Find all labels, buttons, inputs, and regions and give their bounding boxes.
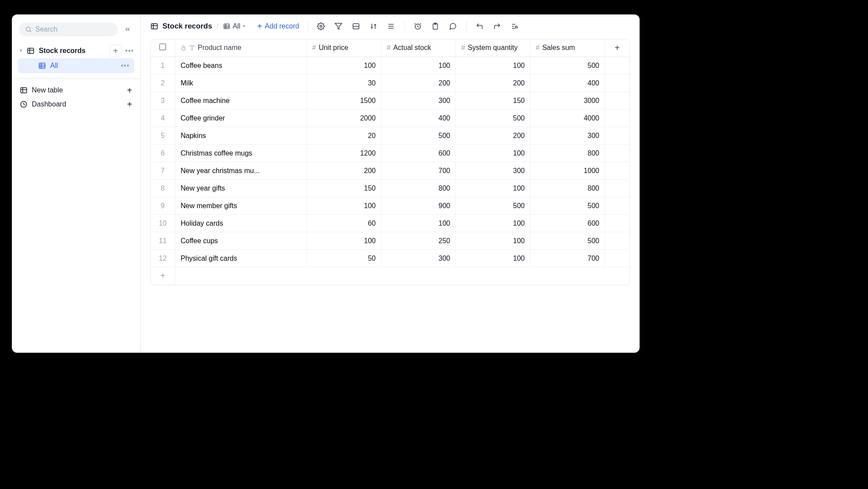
header-checkbox[interactable]	[151, 39, 175, 57]
cell-unit-price[interactable]: 20	[307, 127, 381, 145]
row-index[interactable]: 12	[151, 250, 175, 267]
sidebar-new-table[interactable]: New table +	[16, 83, 136, 97]
cell-unit-price[interactable]: 50	[307, 250, 381, 267]
cell-system-quantity[interactable]: 100	[456, 215, 530, 232]
row-index[interactable]: 6	[151, 145, 175, 162]
cell-system-quantity[interactable]: 300	[456, 162, 530, 180]
collapse-sidebar-button[interactable]	[122, 24, 133, 35]
form-button[interactable]	[430, 21, 440, 31]
row-index[interactable]: 11	[151, 232, 175, 250]
cell-product-name[interactable]: Coffee cups	[175, 232, 307, 250]
cell-product-name[interactable]: Coffee machine	[175, 92, 307, 110]
table-row[interactable]: 10Holiday cards60100100600	[151, 215, 630, 232]
cell-sales-sum[interactable]: 600	[530, 215, 605, 232]
cell-unit-price[interactable]: 2000	[307, 110, 381, 127]
cell-product-name[interactable]: Napkins	[175, 127, 307, 145]
cell-unit-price[interactable]: 100	[307, 197, 381, 215]
settings-button[interactable]	[316, 21, 326, 31]
cell-product-name[interactable]: Milk	[175, 74, 307, 92]
row-index[interactable]: 1	[151, 57, 175, 74]
breadcrumb-table-name[interactable]: Stock records	[163, 22, 212, 31]
table-row[interactable]: 2Milk30200200400	[151, 74, 630, 92]
cell-unit-price[interactable]: 100	[307, 232, 381, 250]
table-row[interactable]: 7New year christmas mu...2007003001000	[151, 162, 630, 180]
cell-unit-price[interactable]: 200	[307, 162, 381, 180]
cell-system-quantity[interactable]: 100	[456, 232, 530, 250]
cell-sales-sum[interactable]: 300	[530, 127, 605, 145]
cell-system-quantity[interactable]: 500	[456, 197, 530, 215]
column-header-unit-price[interactable]: #Unit price	[307, 39, 381, 57]
cell-product-name[interactable]: Physical gift cards	[175, 250, 307, 267]
cell-system-quantity[interactable]: 100	[456, 57, 530, 74]
cell-unit-price[interactable]: 100	[307, 57, 381, 74]
table-row[interactable]: 4Coffee grinder20004005004000	[151, 110, 630, 127]
cell-unit-price[interactable]: 1200	[307, 145, 381, 162]
add-column-button[interactable]: +	[605, 39, 630, 57]
cell-system-quantity[interactable]: 200	[456, 74, 530, 92]
cell-unit-price[interactable]: 60	[307, 215, 381, 232]
table-row[interactable]: 6Christmas coffee mugs1200600100800	[151, 145, 630, 162]
cell-system-quantity[interactable]: 200	[456, 127, 530, 145]
cell-unit-price[interactable]: 1500	[307, 92, 381, 110]
table-more-button[interactable]: •••	[124, 45, 136, 57]
row-index[interactable]: 3	[151, 92, 175, 110]
cell-actual-stock[interactable]: 300	[381, 250, 456, 267]
cell-actual-stock[interactable]: 100	[381, 57, 456, 74]
cell-product-name[interactable]: Coffee beans	[175, 57, 307, 74]
cell-actual-stock[interactable]: 300	[381, 92, 456, 110]
table-row[interactable]: 3Coffee machine15003001503000	[151, 92, 630, 110]
cell-system-quantity[interactable]: 150	[456, 92, 530, 110]
undo-button[interactable]	[475, 21, 484, 31]
filter-button[interactable]	[334, 21, 343, 31]
cell-product-name[interactable]: Christmas coffee mugs	[175, 145, 307, 162]
cell-system-quantity[interactable]: 100	[456, 145, 530, 162]
table-row[interactable]: 9New member gifts100900500500	[151, 197, 630, 215]
cell-system-quantity[interactable]: 100	[456, 250, 530, 267]
table-row[interactable]: 5Napkins20500200300	[151, 127, 630, 145]
row-index[interactable]: 10	[151, 215, 175, 232]
column-header-actual-stock[interactable]: #Actual stock	[381, 39, 456, 57]
cell-sales-sum[interactable]: 3000	[530, 92, 605, 110]
cell-sales-sum[interactable]: 1000	[530, 162, 605, 180]
cell-product-name[interactable]: Holiday cards	[175, 215, 307, 232]
cell-actual-stock[interactable]: 900	[381, 197, 456, 215]
cell-system-quantity[interactable]: 500	[456, 110, 530, 127]
cell-sales-sum[interactable]: 400	[530, 74, 605, 92]
table-row[interactable]: 1Coffee beans100100100500	[151, 57, 630, 74]
cell-product-name[interactable]: New member gifts	[175, 197, 307, 215]
add-row-button[interactable]: +	[151, 267, 630, 285]
redo-button[interactable]	[492, 21, 502, 31]
cell-sales-sum[interactable]: 800	[530, 145, 605, 162]
cell-sales-sum[interactable]: 500	[530, 232, 605, 250]
find-button[interactable]	[510, 21, 519, 31]
cell-actual-stock[interactable]: 500	[381, 127, 456, 145]
cell-actual-stock[interactable]: 700	[381, 162, 456, 180]
cell-sales-sum[interactable]: 4000	[530, 110, 605, 127]
cell-sales-sum[interactable]: 800	[530, 180, 605, 197]
column-header-system-quantity[interactable]: #System quantity	[456, 39, 530, 57]
cell-actual-stock[interactable]: 800	[381, 180, 456, 197]
sidebar-view-all[interactable]: All •••	[18, 58, 134, 73]
row-index[interactable]: 8	[151, 180, 175, 197]
more-icon[interactable]: •••	[121, 62, 130, 70]
row-index[interactable]: 4	[151, 110, 175, 127]
row-index[interactable]: 9	[151, 197, 175, 215]
cell-actual-stock[interactable]: 250	[381, 232, 456, 250]
row-index[interactable]: 2	[151, 74, 175, 92]
add-record-button[interactable]: + Add record	[257, 22, 299, 31]
cell-product-name[interactable]: Coffee grinder	[175, 110, 307, 127]
cell-actual-stock[interactable]: 100	[381, 215, 456, 232]
row-index[interactable]: 5	[151, 127, 175, 145]
cell-actual-stock[interactable]: 400	[381, 110, 456, 127]
cell-product-name[interactable]: New year christmas mu...	[175, 162, 307, 180]
table-row[interactable]: 12Physical gift cards50300100700	[151, 250, 630, 267]
cell-actual-stock[interactable]: 600	[381, 145, 456, 162]
column-header-sales-sum[interactable]: #Sales sum	[530, 39, 605, 57]
table-row[interactable]: 11Coffee cups100250100500	[151, 232, 630, 250]
view-selector[interactable]: All ▾	[223, 22, 246, 30]
cell-product-name[interactable]: New year gifts	[175, 180, 307, 197]
sort-button[interactable]	[369, 21, 378, 31]
reminder-button[interactable]	[413, 21, 423, 31]
column-header-product-name[interactable]: Product name	[175, 39, 307, 57]
cell-actual-stock[interactable]: 200	[381, 74, 456, 92]
